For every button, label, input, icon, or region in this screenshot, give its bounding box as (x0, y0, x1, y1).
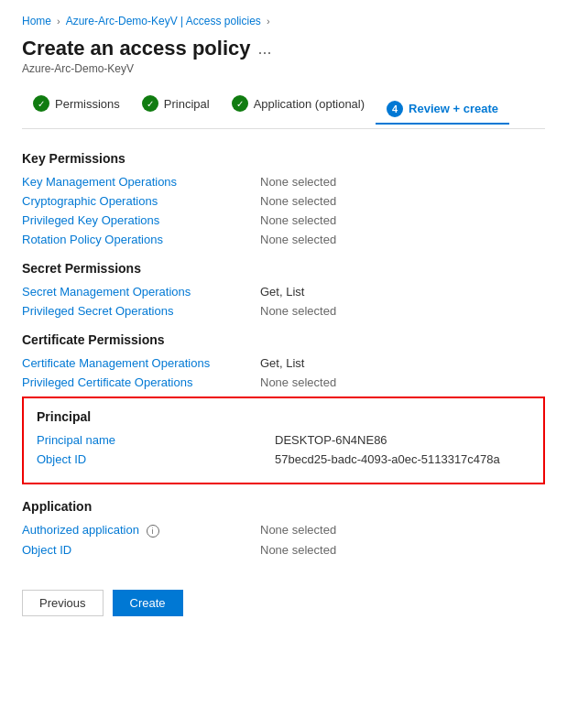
value-priv-cert-ops: None selected (260, 375, 336, 389)
breadcrumb-sep-1: › (57, 16, 60, 27)
value-priv-key-ops: None selected (260, 213, 336, 227)
breadcrumb-home[interactable]: Home (22, 15, 51, 27)
row-key-mgmt: Key Management Operations None selected (22, 175, 545, 189)
value-principal-object-id: 57becd25-badc-4093-a0ec-5113317c478a (275, 452, 500, 466)
previous-button[interactable]: Previous (22, 590, 104, 616)
key-permissions-rows: Key Management Operations None selected … (22, 175, 545, 246)
label-priv-secret-ops: Privileged Secret Operations (22, 304, 260, 318)
step-permissions-check-icon: ✓ (33, 95, 49, 112)
application-section: Application Authorized application i Non… (22, 499, 545, 557)
principal-title: Principal (37, 409, 530, 424)
breadcrumb: Home › Azure-Arc-Demo-KeyV | Access poli… (22, 15, 545, 27)
page-title-row: Create an access policy ... (22, 37, 545, 60)
button-row: Previous Create (22, 579, 545, 616)
secret-permissions-title: Secret Permissions (22, 261, 545, 276)
row-principal-object-id: Object ID 57becd25-badc-4093-a0ec-511331… (37, 452, 530, 466)
label-rotation-policy: Rotation Policy Operations (22, 233, 260, 246)
cert-permissions-title: Certificate Permissions (22, 332, 545, 347)
value-authorized-app: None selected (260, 523, 336, 537)
row-priv-secret-ops: Privileged Secret Operations None select… (22, 304, 545, 318)
label-key-mgmt: Key Management Operations (22, 175, 260, 189)
step-review-label: Review + create (409, 102, 498, 115)
step-permissions-label: Permissions (55, 97, 120, 111)
breadcrumb-sep-2: › (267, 16, 270, 27)
value-app-object-id: None selected (260, 543, 336, 557)
step-principal[interactable]: ✓ Principal (131, 90, 221, 117)
secret-permissions-rows: Secret Management Operations Get, List P… (22, 285, 545, 318)
label-secret-mgmt: Secret Management Operations (22, 285, 260, 299)
row-principal-name: Principal name DESKTOP-6N4NE86 (37, 433, 530, 447)
page-title: Create an access policy (22, 37, 250, 60)
label-app-object-id: Object ID (22, 543, 260, 557)
application-title: Application (22, 499, 545, 514)
create-button[interactable]: Create (113, 590, 183, 616)
step-review-create[interactable]: 4 Review + create (376, 95, 509, 125)
authorized-app-info-icon[interactable]: i (147, 525, 159, 538)
page-options-button[interactable]: ... (257, 39, 271, 59)
value-secret-mgmt: Get, List (260, 285, 304, 299)
row-crypto-ops: Cryptographic Operations None selected (22, 194, 545, 208)
label-authorized-app: Authorized application i (22, 523, 260, 538)
row-app-object-id: Object ID None selected (22, 543, 545, 557)
value-rotation-policy: None selected (260, 233, 336, 246)
value-principal-name: DESKTOP-6N4NE86 (275, 433, 387, 447)
label-cert-mgmt: Certificate Management Operations (22, 356, 260, 370)
page-subtitle: Azure-Arc-Demo-KeyV (22, 62, 545, 75)
label-priv-cert-ops: Privileged Certificate Operations (22, 375, 260, 389)
value-cert-mgmt: Get, List (260, 356, 304, 370)
label-priv-key-ops: Privileged Key Operations (22, 213, 260, 227)
value-priv-secret-ops: None selected (260, 304, 336, 318)
step-permissions[interactable]: ✓ Permissions (22, 90, 131, 117)
value-crypto-ops: None selected (260, 194, 336, 208)
row-priv-cert-ops: Privileged Certificate Operations None s… (22, 375, 545, 389)
step-application-label: Application (optional) (254, 97, 365, 111)
key-permissions-title: Key Permissions (22, 151, 545, 166)
row-rotation-policy: Rotation Policy Operations None selected (22, 233, 545, 246)
step-review-number-icon: 4 (387, 101, 403, 117)
label-principal-name: Principal name (37, 433, 275, 447)
step-application-check-icon: ✓ (232, 95, 248, 112)
principal-section-box: Principal Principal name DESKTOP-6N4NE86… (22, 397, 545, 484)
label-crypto-ops: Cryptographic Operations (22, 194, 260, 208)
label-principal-object-id: Object ID (37, 452, 275, 466)
value-key-mgmt: None selected (260, 175, 336, 189)
cert-permissions-rows: Certificate Management Operations Get, L… (22, 356, 545, 389)
row-authorized-app: Authorized application i None selected (22, 523, 545, 538)
row-cert-mgmt: Certificate Management Operations Get, L… (22, 356, 545, 370)
wizard-steps: ✓ Permissions ✓ Principal ✓ Application … (22, 90, 545, 129)
step-principal-check-icon: ✓ (142, 95, 158, 112)
step-principal-label: Principal (164, 97, 210, 111)
row-secret-mgmt: Secret Management Operations Get, List (22, 285, 545, 299)
breadcrumb-keyvault[interactable]: Azure-Arc-Demo-KeyV | Access policies (66, 15, 261, 27)
step-application[interactable]: ✓ Application (optional) (221, 90, 376, 117)
row-priv-key-ops: Privileged Key Operations None selected (22, 213, 545, 227)
